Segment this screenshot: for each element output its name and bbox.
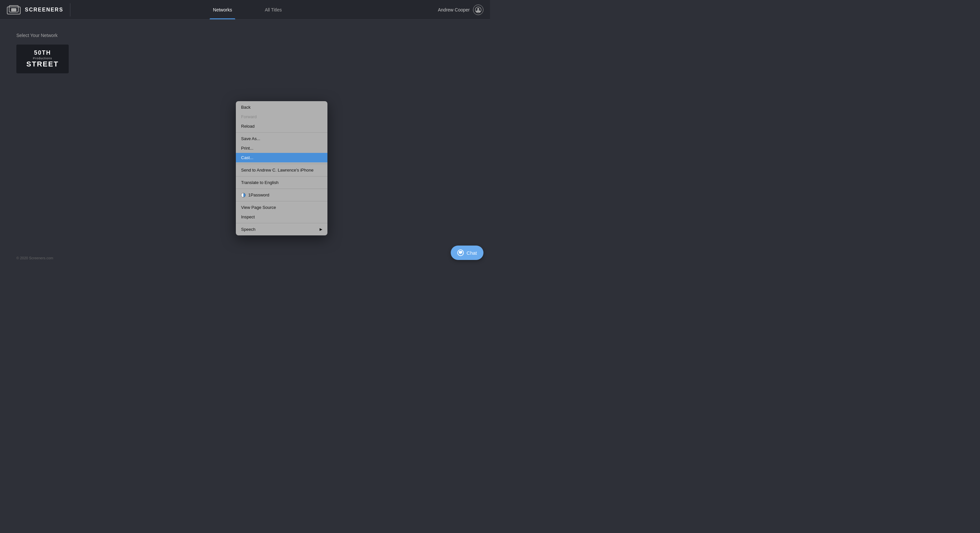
user-name: Andrew Cooper [438,7,470,13]
context-menu: Back Forward Reload Save As... Print... … [236,101,328,235]
svg-rect-2 [11,8,16,11]
main-content: Select Your Network 50TH Productions STR… [0,20,490,86]
logo-icon [6,5,21,15]
submenu-arrow-icon: ▶ [320,227,322,231]
svg-point-4 [477,8,479,10]
context-menu-1password[interactable]: 1Password [236,190,328,200]
tab-networks[interactable]: Networks [210,0,235,19]
context-menu-view-source[interactable]: View Page Source [236,203,328,212]
logo-text: SCREENERS [25,7,64,13]
context-menu-translate[interactable]: Translate to English [236,178,328,187]
header: SCREENERS Networks All Titles Andrew Coo… [0,0,490,20]
context-menu-section-5: 1Password [236,189,328,201]
network-title-top: 50TH [27,49,59,56]
chat-icon [457,249,464,256]
network-card-inner: 50TH Productions STREET [23,46,62,72]
context-menu-section-2: Save As... Print... Cast... [236,132,328,164]
context-menu-section-1: Back Forward Reload [236,101,328,132]
context-menu-speech[interactable]: Speech ▶ [236,225,328,234]
context-menu-reload[interactable]: Reload [236,121,328,131]
context-menu-section-4: Translate to English [236,177,328,189]
network-title-main: STREET [27,60,59,69]
context-menu-section-7: Speech ▶ [236,223,328,235]
logo-area: SCREENERS [0,5,70,15]
1password-icon [241,193,246,198]
context-menu-section-3: Send to Andrew C. Lawrence's iPhone [236,164,328,177]
user-avatar[interactable] [473,5,484,15]
context-menu-print[interactable]: Print... [236,144,328,153]
tab-all-titles[interactable]: All Titles [261,0,285,19]
context-menu-cast[interactable]: Cast... [236,153,328,163]
context-menu-forward: Forward [236,112,328,121]
context-menu-inspect[interactable]: Inspect [236,212,328,222]
nav-tabs: Networks All Titles [70,0,425,19]
chat-label: Chat [466,250,477,256]
context-menu-save-as[interactable]: Save As... [236,134,328,144]
footer: © 2020 Screeners.com [16,256,53,260]
network-card[interactable]: 50TH Productions STREET [16,45,69,73]
chat-button[interactable]: Chat [451,246,484,260]
footer-text: © 2020 Screeners.com [16,256,53,260]
network-title-sub: Productions [27,57,59,60]
context-menu-send-iphone[interactable]: Send to Andrew C. Lawrence's iPhone [236,165,328,175]
header-right: Andrew Cooper [425,5,490,15]
context-menu-back[interactable]: Back [236,102,328,112]
section-title: Select Your Network [16,33,474,38]
context-menu-section-6: View Page Source Inspect [236,201,328,223]
